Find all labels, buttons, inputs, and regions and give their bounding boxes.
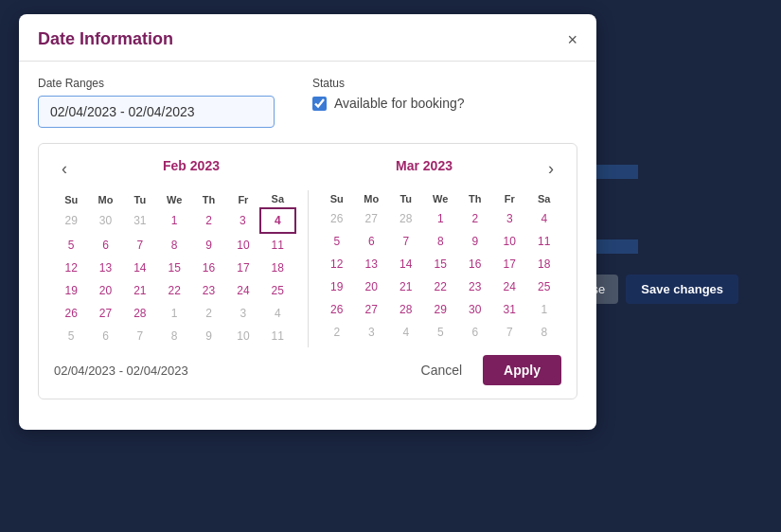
table-row[interactable]: 19	[54, 279, 88, 302]
table-row[interactable]: 28	[123, 302, 157, 325]
table-row[interactable]: 2	[191, 302, 225, 325]
table-row[interactable]: 25	[527, 275, 562, 298]
table-row[interactable]: 9	[458, 230, 493, 253]
table-row[interactable]: 8	[157, 325, 191, 347]
feb-header-mo: Mo	[88, 190, 122, 208]
table-row[interactable]: 3	[354, 321, 389, 344]
table-row[interactable]: 13	[354, 253, 389, 275]
table-row[interactable]: 1	[423, 207, 458, 230]
table-row[interactable]: 15	[157, 257, 191, 279]
table-row[interactable]: 18	[260, 257, 294, 279]
table-row[interactable]: 28	[389, 207, 424, 230]
calendar-container: ‹ Feb 2023 Mar 2023 › Su Mo Tu	[38, 143, 577, 399]
table-row[interactable]: 11	[527, 230, 562, 253]
table-row[interactable]: 19	[320, 275, 355, 298]
save-changes-button[interactable]: Save changes	[626, 275, 738, 304]
table-row[interactable]: 5	[54, 325, 88, 347]
table-row[interactable]: 18	[527, 253, 562, 275]
table-row[interactable]: 8	[423, 230, 458, 253]
table-row[interactable]: 12	[320, 253, 355, 275]
table-row[interactable]: 25	[260, 279, 294, 302]
table-row[interactable]: 17	[226, 257, 260, 279]
calendar-divider	[308, 190, 309, 347]
table-row[interactable]: 4	[260, 302, 294, 325]
cal-months: Su Mo Tu We Th Fr Sa 29	[54, 190, 561, 347]
calendar-footer: 02/04/2023 - 02/04/2023 Cancel Apply	[54, 347, 561, 385]
table-row[interactable]: 16	[458, 253, 493, 275]
table-row[interactable]: 3	[226, 302, 260, 325]
table-row[interactable]: 26	[54, 302, 88, 325]
table-row[interactable]: 30	[88, 208, 122, 233]
table-row[interactable]: 31	[123, 208, 157, 233]
table-row[interactable]: 7	[389, 230, 424, 253]
table-row[interactable]: 8	[527, 321, 562, 344]
table-row[interactable]: 7	[123, 233, 157, 257]
table-row[interactable]: 5	[320, 230, 355, 253]
table-row[interactable]: 6	[458, 321, 493, 344]
modal-close-button[interactable]: ×	[567, 31, 577, 48]
table-row[interactable]: 28	[389, 298, 424, 321]
table-row[interactable]: 3	[226, 208, 260, 233]
table-row[interactable]: 21	[389, 275, 424, 298]
table-row[interactable]: 1	[157, 302, 191, 325]
table-row[interactable]: 29	[423, 298, 458, 321]
table-row[interactable]: 23	[191, 279, 225, 302]
table-row[interactable]: 9	[191, 233, 225, 257]
table-row[interactable]: 5	[423, 321, 458, 344]
table-row[interactable]: 3	[492, 207, 527, 230]
table-row[interactable]: 1	[527, 298, 562, 321]
table-row[interactable]: 5	[54, 233, 88, 257]
table-row[interactable]: 31	[492, 298, 527, 321]
table-row[interactable]: 15	[423, 253, 458, 275]
table-row[interactable]: 14	[123, 257, 157, 279]
table-row[interactable]: 10	[226, 233, 260, 257]
next-month-button[interactable]: ›	[541, 157, 561, 181]
table-row[interactable]: 12	[54, 257, 88, 279]
available-checkbox[interactable]	[312, 97, 327, 111]
status-check-row: Available for booking?	[312, 96, 465, 111]
table-row[interactable]: 11	[260, 325, 294, 347]
date-ranges-input[interactable]	[38, 96, 275, 128]
table-row[interactable]: 22	[157, 279, 191, 302]
table-row[interactable]: 6	[88, 325, 122, 347]
table-row[interactable]: 14	[389, 253, 424, 275]
table-row[interactable]: 29	[54, 208, 88, 233]
mar-header-fr: Fr	[492, 190, 527, 207]
table-row[interactable]: 22	[423, 275, 458, 298]
table-row[interactable]: 27	[88, 302, 122, 325]
table-row[interactable]: 24	[226, 279, 260, 302]
table-row[interactable]: 4	[527, 207, 562, 230]
table-row[interactable]: 6	[354, 230, 389, 253]
prev-month-button[interactable]: ‹	[54, 157, 75, 181]
table-row[interactable]: 7	[123, 325, 157, 347]
table-row[interactable]: 21	[123, 279, 157, 302]
table-row[interactable]: 11	[260, 233, 294, 257]
table-row[interactable]: 13	[88, 257, 122, 279]
table-row[interactable]: 6	[88, 233, 122, 257]
cancel-button[interactable]: Cancel	[412, 357, 472, 383]
table-row[interactable]: 7	[492, 321, 527, 344]
table-row[interactable]: 9	[191, 325, 225, 347]
table-row[interactable]: 16	[191, 257, 225, 279]
table-row[interactable]: 26	[320, 207, 355, 230]
selected-date-cell[interactable]: 4	[260, 208, 294, 233]
table-row[interactable]: 20	[88, 279, 122, 302]
table-row[interactable]: 26	[320, 298, 355, 321]
table-row[interactable]: 8	[157, 233, 191, 257]
table-row[interactable]: 10	[492, 230, 527, 253]
table-row[interactable]: 1	[157, 208, 191, 233]
table-row[interactable]: 4	[389, 321, 424, 344]
date-ranges-group: Date Ranges	[38, 77, 275, 128]
table-row[interactable]: 17	[492, 253, 527, 275]
table-row[interactable]: 2	[458, 207, 493, 230]
table-row[interactable]: 10	[226, 325, 260, 347]
table-row[interactable]: 20	[354, 275, 389, 298]
table-row[interactable]: 27	[354, 298, 389, 321]
table-row[interactable]: 30	[458, 298, 493, 321]
apply-button[interactable]: Apply	[483, 355, 561, 385]
table-row[interactable]: 23	[458, 275, 493, 298]
table-row[interactable]: 2	[191, 208, 225, 233]
table-row[interactable]: 2	[320, 321, 355, 344]
table-row[interactable]: 27	[354, 207, 389, 230]
table-row[interactable]: 24	[492, 275, 527, 298]
